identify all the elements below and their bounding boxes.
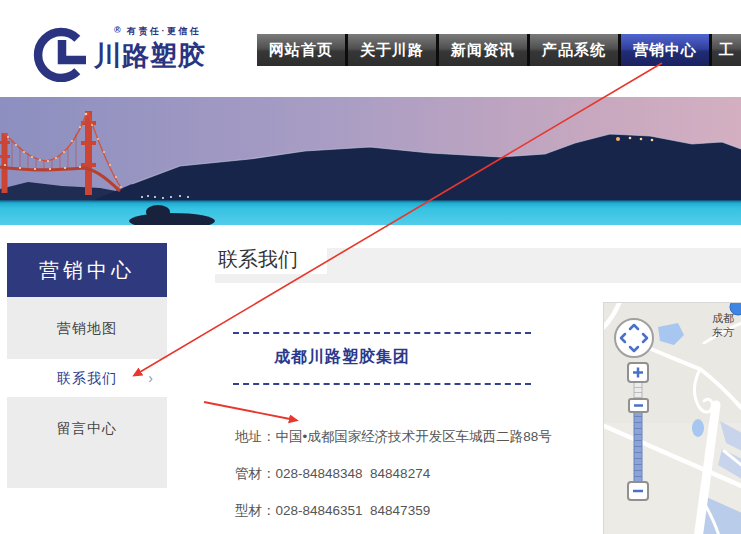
zoom-out-button[interactable] — [628, 482, 648, 500]
nav-item-about[interactable]: 关于川路 — [348, 34, 436, 66]
main-nav: 网站首页 关于川路 新闻资讯 产品系统 营销中心 工 — [257, 34, 741, 66]
nav-item-home[interactable]: 网站首页 — [257, 34, 345, 66]
nav-item-partial[interactable]: 工 — [712, 34, 741, 66]
zoom-slider-track-lower[interactable] — [634, 412, 642, 482]
page-title-tab: 联系我们 — [215, 243, 327, 274]
zoom-slider-track-upper[interactable] — [634, 382, 642, 399]
sidebar: 营销中心 营销地图 联系我们 › 留言中心 — [7, 243, 167, 488]
pan-compass-icon[interactable] — [615, 319, 653, 357]
nav-item-products[interactable]: 产品系统 — [530, 34, 618, 66]
registered-mark: ® — [114, 25, 121, 35]
nav-item-news[interactable]: 新闻资讯 — [439, 34, 527, 66]
page: ® 有责任·更信任 川路塑胶 网站首页 关于川路 新闻资讯 产品系统 营销中心 … — [0, 0, 741, 534]
map-widget[interactable]: 成都 东方 — [603, 302, 741, 534]
sidebar-menu: 营销地图 联系我们 › 留言中心 — [7, 297, 167, 488]
company-name: 成都川路塑胶集团 — [274, 347, 410, 368]
dashed-divider-top — [233, 332, 531, 334]
map-label: 东方 — [712, 325, 734, 340]
hero-banner — [0, 97, 741, 225]
golden-gate-banner-image — [0, 97, 741, 225]
nav-item-marketing[interactable]: 营销中心 — [621, 34, 709, 66]
sidebar-item-contact-us[interactable]: 联系我们 › — [7, 359, 167, 397]
page-title: 联系我们 — [215, 243, 327, 273]
sidebar-title: 营销中心 — [7, 243, 167, 297]
site-logo[interactable]: ® 有责任·更信任 川路塑胶 — [30, 14, 220, 84]
sidebar-item-label: 联系我们 — [57, 370, 117, 386]
contact-phone-pipes: 管材：028-84848348 84848274 — [235, 465, 430, 483]
contact-phone-profiles: 型材：028-84846351 84847359 — [235, 502, 430, 520]
dashed-divider-bottom — [233, 383, 531, 385]
contact-address: 地址：中国•成都国家经济技术开发区车城西二路88号 — [235, 428, 552, 446]
cl-monogram-icon — [30, 18, 92, 82]
map-label: 成都 — [712, 311, 734, 326]
sidebar-item-message-center[interactable]: 留言中心 — [7, 397, 167, 459]
zoom-slider-handle[interactable] — [629, 399, 648, 412]
annotation-arrow-2 — [204, 402, 290, 419]
sidebar-item-marketing-map[interactable]: 营销地图 — [7, 297, 167, 359]
brand-name: 川路塑胶 — [94, 38, 206, 74]
page-title-bar: 联系我们 — [215, 248, 741, 283]
brand-tagline: 有责任·更信任 — [127, 25, 202, 38]
chevron-right-icon: › — [148, 359, 154, 397]
zoom-in-button[interactable] — [628, 363, 648, 382]
